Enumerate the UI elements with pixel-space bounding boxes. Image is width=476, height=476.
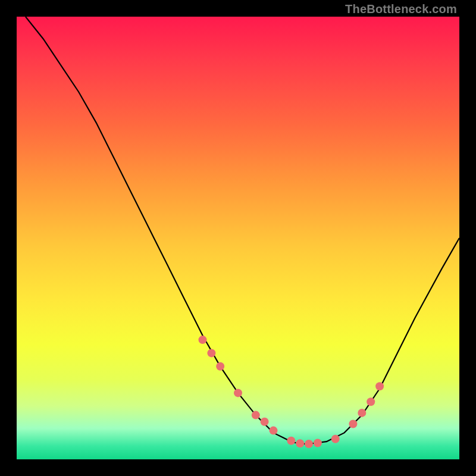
marker-dot bbox=[331, 435, 340, 443]
marker-dot bbox=[349, 420, 357, 428]
marker-dot bbox=[234, 389, 242, 397]
marker-dot bbox=[270, 427, 278, 435]
marker-dots bbox=[199, 336, 384, 448]
marker-dot bbox=[252, 411, 260, 419]
marker-dot bbox=[261, 418, 269, 426]
marker-dot bbox=[367, 397, 375, 406]
marker-dot bbox=[287, 437, 295, 445]
marker-dot bbox=[305, 440, 313, 448]
chart-frame bbox=[17, 17, 459, 459]
bottleneck-curve bbox=[26, 17, 459, 444]
marker-dot bbox=[296, 439, 304, 447]
marker-dot bbox=[207, 349, 215, 357]
marker-dot bbox=[216, 362, 224, 371]
marker-dot bbox=[199, 336, 207, 344]
marker-dot bbox=[358, 409, 366, 417]
chart-overlay bbox=[17, 17, 459, 459]
marker-dot bbox=[314, 439, 322, 447]
attribution-text: TheBottleneck.com bbox=[345, 2, 457, 16]
marker-dot bbox=[375, 382, 384, 390]
